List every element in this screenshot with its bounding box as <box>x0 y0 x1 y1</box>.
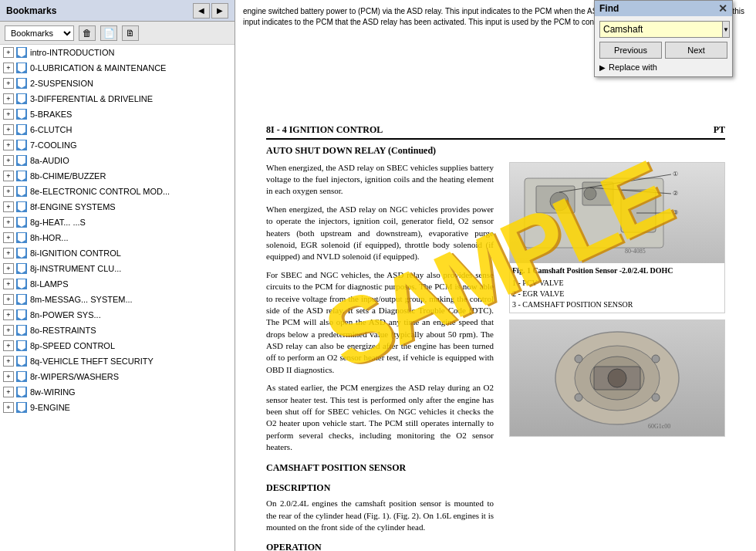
svg-point-18 <box>575 355 582 363</box>
find-search-input[interactable] <box>599 21 723 38</box>
bookmarks-panel: Bookmarks ◀ ▶ Bookmarks 🗑 📄 🗎 +intro-INT… <box>0 0 235 551</box>
expand-icon-ignition[interactable]: + <box>3 248 14 259</box>
expand-icon-hor[interactable]: + <box>3 232 14 243</box>
bookmark-item-ignition[interactable]: +8i-IGNITION CONTROL <box>0 245 235 261</box>
bookmark-options-btn[interactable]: 📄 <box>100 25 117 41</box>
bookmark-item-hor[interactable]: +8h-HOR... <box>0 230 235 245</box>
find-dialog: Find ✕ ▼ Previous Next ▶ Replace with <box>594 0 733 77</box>
replace-row[interactable]: ▶ Replace with <box>599 63 727 72</box>
delete-bookmark-btn[interactable]: 🗑 <box>79 25 96 41</box>
expand-icon-engine9[interactable]: + <box>3 402 14 413</box>
bookmark-label-message: 8m-MESSAG... SYSTEM... <box>30 295 133 304</box>
bookmark-item-clutch[interactable]: +6-CLUTCH <box>0 122 235 137</box>
bookmark-label-engine-sys: 8f-ENGINE SYSTEMS <box>30 202 116 211</box>
bookmark-label-wiring: 8w-WIRING <box>30 387 76 397</box>
expand-icon-lamps[interactable]: + <box>3 279 14 289</box>
engine-diagram-1: ① ② ③ 80-4085 <box>510 163 724 263</box>
bookmark-add-btn[interactable]: 🗎 <box>122 25 139 41</box>
bookmarks-prev-btn[interactable]: ◀ <box>193 3 210 19</box>
expand-icon-electronic[interactable]: + <box>3 186 14 197</box>
bookmark-label-ignition: 8i-IGNITION CONTROL <box>30 248 121 258</box>
bookmark-label-restraints: 8o-RESTRAINTS <box>30 326 96 335</box>
bookmark-page-icon-wipers <box>16 371 27 382</box>
expand-icon-restraints[interactable]: + <box>3 325 14 336</box>
bookmark-page-icon-restraints <box>16 325 27 336</box>
expand-icon-instrument[interactable]: + <box>3 263 14 274</box>
bookmark-item-engine-sys[interactable]: +8f-ENGINE SYSTEMS <box>0 199 235 215</box>
find-dropdown-btn[interactable]: ▼ <box>723 21 730 38</box>
bookmark-item-wipers[interactable]: +8r-WIPERS/WASHERS <box>0 369 235 384</box>
doc-content-area: 8I - 4 IGNITION CONTROL PT AUTO SHUT DOW… <box>235 108 756 551</box>
bookmark-page-icon-speed <box>16 340 27 351</box>
bookmark-item-message[interactable]: +8m-MESSAG... SYSTEM... <box>0 292 235 307</box>
expand-icon-wipers[interactable]: + <box>3 371 14 382</box>
bookmark-page-icon-chime <box>16 171 27 181</box>
expand-icon-chime[interactable]: + <box>3 171 14 181</box>
expand-icon-wiring[interactable]: + <box>3 387 14 397</box>
expand-icon-suspension[interactable]: + <box>3 78 14 89</box>
expand-icon-power[interactable]: + <box>3 309 14 320</box>
document-page: engine switched battery power to (PCM) v… <box>235 0 756 551</box>
bookmark-page-icon-theft <box>16 356 27 367</box>
bookmark-item-cooling[interactable]: +7-COOLING <box>0 137 235 153</box>
find-header: Find ✕ <box>595 1 732 16</box>
expand-icon-lubrication[interactable]: + <box>3 63 14 73</box>
expand-icon-heat[interactable]: + <box>3 217 14 228</box>
paragraph-3: For SBEC and NGC vehicles, the ASD relay… <box>266 269 494 377</box>
find-close-button[interactable]: ✕ <box>718 3 727 14</box>
expand-icon-theft[interactable]: + <box>3 356 14 367</box>
bookmark-page-icon-intro <box>16 47 27 58</box>
bookmark-label-suspension: 2-SUSPENSION <box>30 79 93 88</box>
figure-1-box: ① ② ③ 80-4085 Fig. 1 Cams <box>509 162 725 313</box>
bookmarks-header: Bookmarks ◀ ▶ <box>0 0 235 22</box>
expand-icon-speed[interactable]: + <box>3 340 14 351</box>
bookmark-page-icon-heat <box>16 217 27 228</box>
expand-icon-cooling[interactable]: + <box>3 140 14 150</box>
bookmark-item-instrument[interactable]: +8j-INSTRUMENT CLU... <box>0 261 235 276</box>
expand-icon-differential[interactable]: + <box>3 93 14 104</box>
expand-icon-clutch[interactable]: + <box>3 124 14 135</box>
bookmark-item-lamps[interactable]: +8l-LAMPS <box>0 276 235 292</box>
find-next-button[interactable]: Next <box>665 42 727 59</box>
bookmark-page-icon-ignition <box>16 248 27 259</box>
expand-icon-message[interactable]: + <box>3 294 14 305</box>
bookmarks-toolbar: Bookmarks 🗑 📄 🗎 <box>0 22 235 45</box>
operation-title: OPERATION <box>266 541 494 551</box>
bookmark-item-chime[interactable]: +8b-CHIME/BUZZER <box>0 168 235 184</box>
doc-left-column: When energized, the ASD relay on SBEC ve… <box>266 162 494 551</box>
bookmark-label-engine9: 9-ENGINE <box>30 403 70 412</box>
bookmark-label-audio: 8a-AUDIO <box>30 156 69 165</box>
expand-icon-audio[interactable]: + <box>3 155 14 166</box>
doc-main: 8I - 4 IGNITION CONTROL PT AUTO SHUT DOW… <box>235 108 756 551</box>
bookmark-item-engine9[interactable]: +9-ENGINE <box>0 400 235 415</box>
expand-icon-intro[interactable]: + <box>3 47 14 58</box>
bookmarks-view-dropdown[interactable]: Bookmarks <box>5 25 74 41</box>
svg-point-19 <box>652 355 660 363</box>
bookmark-label-lamps: 8l-LAMPS <box>30 279 69 289</box>
bookmark-item-power[interactable]: +8n-POWER SYS... <box>0 307 235 323</box>
bookmark-item-brakes[interactable]: +5-BRAKES <box>0 106 235 122</box>
bookmark-page-icon-clutch <box>16 124 27 135</box>
bookmark-item-suspension[interactable]: +2-SUSPENSION <box>0 76 235 91</box>
replace-label: Replace with <box>609 63 657 72</box>
bookmark-item-restraints[interactable]: +8o-RESTRAINTS <box>0 323 235 338</box>
bookmarks-list[interactable]: +intro-INTRODUCTION+0-LUBRICATION & MAIN… <box>0 45 235 551</box>
bookmark-item-speed[interactable]: +8p-SPEED CONTROL <box>0 338 235 353</box>
bookmark-item-wiring[interactable]: +8w-WIRING <box>0 384 235 400</box>
fig1-label-2: 2 - EGR VALVE <box>512 289 722 299</box>
find-previous-button[interactable]: Previous <box>599 42 662 59</box>
expand-icon-brakes[interactable]: + <box>3 109 14 120</box>
bookmark-page-icon-brakes <box>16 109 27 120</box>
bookmark-item-audio[interactable]: +8a-AUDIO <box>0 153 235 168</box>
fig1-label-1: 1 - PCV VALVE <box>512 278 722 289</box>
bookmark-label-heat: 8g-HEAT... ...S <box>30 218 86 227</box>
bookmark-item-lubrication[interactable]: +0-LUBRICATION & MAINTENANCE <box>0 60 235 76</box>
bookmark-item-differential[interactable]: +3-DIFFERENTIAL & DRIVELINE <box>0 91 235 106</box>
bookmarks-next-btn[interactable]: ▶ <box>211 3 228 19</box>
bookmark-item-intro[interactable]: +intro-INTRODUCTION <box>0 45 235 60</box>
expand-icon-engine-sys[interactable]: + <box>3 201 14 212</box>
bookmark-item-heat[interactable]: +8g-HEAT... ...S <box>0 215 235 230</box>
bookmark-item-theft[interactable]: +8q-VEHICLE THEFT SECURITY <box>0 353 235 369</box>
bookmark-item-electronic[interactable]: +8e-ELECTRONIC CONTROL MOD... <box>0 184 235 199</box>
bookmark-label-intro: intro-INTRODUCTION <box>30 48 114 57</box>
